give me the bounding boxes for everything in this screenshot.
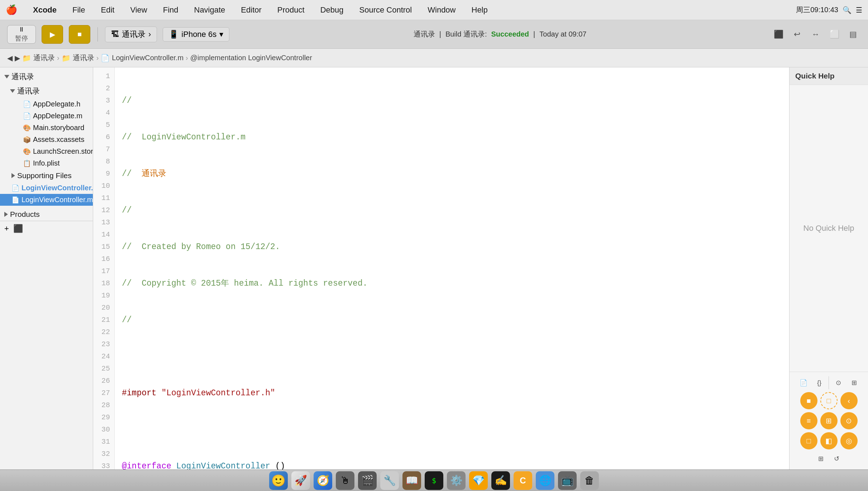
menu-product[interactable]: Product bbox=[275, 4, 307, 16]
dock-item-contacts[interactable]: 📖 bbox=[402, 471, 421, 490]
apple-menu[interactable]: 🍎 bbox=[6, 4, 17, 15]
sidebar-item-appdelegate-h[interactable]: 📄 AppDelegate.h bbox=[11, 98, 93, 110]
breadcrumb-file-icon: 📄 bbox=[101, 54, 110, 62]
qh-grid-icon[interactable]: ⊞ bbox=[848, 376, 860, 389]
ln-27: 27 bbox=[93, 387, 114, 399]
menu-debug[interactable]: Debug bbox=[318, 4, 347, 16]
menu-navigate[interactable]: Navigate bbox=[191, 4, 228, 16]
dock-item-browser[interactable]: 🌐 bbox=[536, 471, 554, 490]
dock-item-sketch[interactable]: 💎 bbox=[469, 471, 488, 490]
menu-source-control[interactable]: Source Control bbox=[357, 4, 415, 16]
breadcrumb-sep-1: › bbox=[96, 54, 99, 62]
qh-stop-btn[interactable]: ■ bbox=[800, 392, 817, 409]
ln-15: 15 bbox=[93, 241, 114, 253]
dock-item-finder[interactable]: 🙂 bbox=[269, 471, 288, 490]
ln-14: 14 bbox=[93, 229, 114, 241]
qh-back-btn[interactable]: ‹ bbox=[840, 392, 858, 409]
sidebar-file-label: Main.storyboard bbox=[33, 124, 84, 132]
sidebar-item-assets[interactable]: 📦 Assets.xcassets bbox=[11, 134, 93, 146]
qh-ring-btn[interactable]: ◎ bbox=[840, 432, 858, 449]
run-button[interactable]: ▶ bbox=[42, 25, 63, 44]
dock-item-safari[interactable]: 🧭 bbox=[314, 471, 332, 490]
sidebar-item-appdelegate-m[interactable]: 📄 AppDelegate.m bbox=[11, 110, 93, 122]
stop-button[interactable]: ■ bbox=[69, 25, 90, 44]
toolbar-status: 通讯录 | Build 通讯录: Succeeded | Today at 09… bbox=[235, 29, 765, 39]
assistant-toggle[interactable]: ⬜ bbox=[826, 27, 842, 42]
qh-select-btn[interactable]: □ bbox=[820, 392, 838, 409]
scheme-selector[interactable]: 🏗 通讯录 › bbox=[105, 27, 157, 42]
sidebar-add-btn[interactable]: + bbox=[4, 224, 9, 233]
dock-item-video2[interactable]: 📺 bbox=[558, 471, 577, 490]
menu-view[interactable]: View bbox=[127, 4, 150, 16]
dock-item-editor[interactable]: ✍ bbox=[491, 471, 510, 490]
quick-help-header: Quick Help bbox=[790, 67, 868, 85]
qh-grid2-btn[interactable]: ⊞ bbox=[820, 412, 838, 429]
breadcrumb-item-1[interactable]: 通讯录 bbox=[73, 53, 94, 63]
sidebar-file-label: Assets.xcassets bbox=[33, 135, 84, 144]
ln-9: 9 bbox=[93, 168, 114, 180]
menu-window[interactable]: Window bbox=[425, 4, 458, 16]
qh-square-btn[interactable]: □ bbox=[800, 432, 817, 449]
device-label: iPhone 6s bbox=[181, 30, 216, 39]
qh-target-icon[interactable]: ⊙ bbox=[832, 376, 845, 389]
sidebar-item-loginvc-m[interactable]: 📄 LoginViewController.m bbox=[0, 194, 93, 206]
menubar-search[interactable]: 🔍 bbox=[843, 6, 852, 14]
qh-refresh-icon[interactable]: ↺ bbox=[830, 452, 843, 465]
qh-expand-icon[interactable]: ⊞ bbox=[815, 452, 828, 465]
code-content[interactable]: // // LoginViewController.m // 通讯录 // //… bbox=[115, 67, 789, 469]
status-action: Build 通讯录: bbox=[445, 29, 487, 39]
sidebar-item-infoplist[interactable]: 📋 Info.plist bbox=[11, 157, 93, 169]
sidebar: 通讯录 通讯录 📄 AppDelegate.h 📄 AppDelegate.m bbox=[0, 67, 93, 469]
menubar-menu[interactable]: ☰ bbox=[856, 6, 862, 14]
expand-icon-products bbox=[4, 212, 8, 217]
sidebar-bottom-bar: + ⬛ bbox=[0, 221, 93, 236]
menu-edit[interactable]: Edit bbox=[98, 4, 117, 16]
qh-circle-btn[interactable]: ⊙ bbox=[840, 412, 858, 429]
dock-item-tools[interactable]: 🔧 bbox=[380, 471, 399, 490]
breadcrumb-nav-forward[interactable]: ▶ bbox=[15, 54, 20, 62]
sidebar-action-btn[interactable]: ⬛ bbox=[13, 224, 23, 233]
scheme-arrow: › bbox=[148, 30, 151, 39]
sidebar-item-launchscreen[interactable]: 🎨 LaunchScreen.storyboard bbox=[11, 146, 93, 157]
sidebar-item-main-storyboard[interactable]: 🎨 Main.storyboard bbox=[11, 122, 93, 134]
breadcrumb-nav-back[interactable]: ◀ bbox=[7, 54, 13, 62]
menu-file[interactable]: File bbox=[70, 4, 88, 16]
dock-item-launchpad[interactable]: 🚀 bbox=[291, 471, 310, 490]
menu-help[interactable]: Help bbox=[469, 4, 491, 16]
sidebar-group-products[interactable]: Products bbox=[0, 208, 93, 221]
pause-button[interactable]: ⏸ 暂停 bbox=[7, 25, 36, 44]
qh-halfsquare-btn[interactable]: ◧ bbox=[820, 432, 838, 449]
device-icon: 📱 bbox=[169, 30, 178, 39]
breadcrumb-item-3[interactable]: @implementation LoginViewController bbox=[190, 54, 312, 62]
navigator-toggle[interactable]: ⬛ bbox=[771, 27, 786, 42]
menu-editor[interactable]: Editor bbox=[238, 4, 264, 16]
device-selector[interactable]: 📱 iPhone 6s ▾ bbox=[163, 27, 229, 42]
breakpoint-toggle[interactable]: ↩ bbox=[789, 27, 805, 42]
code-editor[interactable]: 1 2 3 4 5 6 7 8 9 10 11 12 13 14 15 16 1… bbox=[93, 67, 789, 469]
dock-item-csdn[interactable]: C bbox=[514, 471, 532, 490]
dock-item-terminal[interactable]: $ bbox=[425, 471, 443, 490]
breadcrumb-item-0[interactable]: 通讯录 bbox=[33, 53, 55, 63]
sidebar-file-label: AppDelegate.h bbox=[33, 100, 80, 108]
ln-2: 2 bbox=[93, 82, 114, 95]
code-line-11: @interface LoginViewController () bbox=[122, 460, 782, 469]
breadcrumb-folder-icon-1: 📁 bbox=[62, 54, 71, 62]
menu-find[interactable]: Find bbox=[160, 4, 181, 16]
layout-toggle[interactable]: ↔ bbox=[808, 27, 824, 42]
qh-list-btn[interactable]: ≡ bbox=[800, 412, 817, 429]
dock-item-video[interactable]: 🎬 bbox=[358, 471, 377, 490]
code-line-3: // 通讯录 bbox=[122, 168, 782, 180]
expand-icon-3 bbox=[11, 173, 15, 178]
breadcrumb-item-2[interactable]: LoginViewController.m bbox=[112, 54, 183, 62]
utilities-toggle[interactable]: ▤ bbox=[845, 27, 861, 42]
qh-file-icon[interactable]: 📄 bbox=[797, 376, 810, 389]
sidebar-group-tongxunlu-root[interactable]: 通讯录 bbox=[0, 70, 93, 84]
qh-curly-icon[interactable]: {} bbox=[813, 376, 826, 389]
dock-item-mouse[interactable]: 🖱 bbox=[336, 471, 354, 490]
sidebar-item-loginvc-h[interactable]: 📄 LoginViewController.h bbox=[0, 182, 93, 194]
sidebar-supporting-files[interactable]: Supporting Files bbox=[6, 169, 93, 182]
dock-item-preferences[interactable]: ⚙️ bbox=[447, 471, 466, 490]
sidebar-group-tongxunlu[interactable]: 通讯录 bbox=[6, 84, 93, 98]
menu-xcode[interactable]: Xcode bbox=[30, 4, 59, 16]
dock-item-trash[interactable]: 🗑 bbox=[580, 471, 599, 490]
